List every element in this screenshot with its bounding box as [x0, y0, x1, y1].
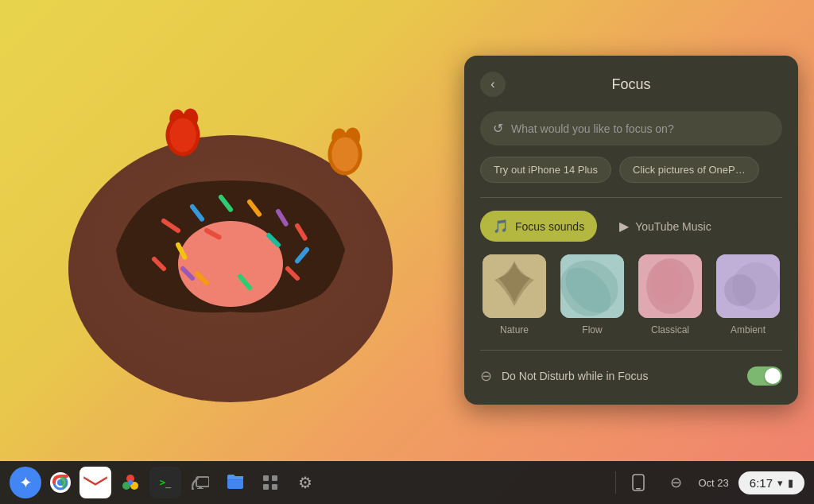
youtube-music-icon: ▶: [619, 219, 629, 234]
wallpaper-image: [0, 0, 461, 461]
settings-icon[interactable]: ⚙: [289, 467, 321, 498]
panel-header: ‹ Focus: [480, 72, 782, 97]
dnd-label: Do Not Disturb while in Focus: [502, 370, 738, 382]
sound-thumb-classical: [638, 254, 702, 318]
sound-label-flow: Flow: [582, 324, 602, 335]
svg-rect-50: [272, 484, 277, 490]
launcher-button[interactable]: ✦: [10, 467, 41, 498]
taskbar-date: Oct 23: [699, 477, 729, 489]
divider: [480, 197, 782, 198]
tab-focus-sounds[interactable]: 🎵 Focus sounds: [480, 211, 597, 242]
sound-label-nature: Nature: [500, 324, 529, 335]
taskbar-right: ⊖ Oct 23 6:17 ▾ ▮: [622, 467, 805, 498]
dnd-taskbar-icon[interactable]: ⊖: [661, 467, 692, 498]
taskbar: ✦: [0, 461, 814, 504]
gmail-icon[interactable]: [79, 467, 111, 498]
search-icon: ↺: [493, 121, 503, 136]
sound-grid: Nature Flow: [480, 254, 782, 335]
taskbar-left: ✦: [10, 467, 609, 498]
suggestions-row: Try out iPhone 14 Plus Click pictures of…: [480, 157, 782, 183]
sound-card-ambient[interactable]: Ambient: [714, 254, 782, 335]
phone-taskbar-icon[interactable]: [622, 467, 654, 498]
terminal-icon[interactable]: >_: [149, 467, 181, 498]
svg-point-25: [331, 137, 359, 171]
svg-point-33: [724, 274, 756, 306]
svg-rect-44: [199, 487, 202, 488]
sound-label-classical: Classical: [651, 324, 689, 335]
sound-thumb-nature: [483, 254, 546, 318]
sound-thumb-ambient: [716, 254, 780, 318]
funnel-icon[interactable]: [254, 467, 286, 498]
suggestion-chip-1[interactable]: Click pictures of OneP…: [619, 157, 759, 183]
tab-youtube-music[interactable]: ▶ YouTube Music: [607, 211, 723, 242]
dnd-toggle[interactable]: [747, 366, 782, 386]
sound-label-ambient: Ambient: [731, 324, 766, 335]
taskbar-divider: [615, 471, 616, 494]
time-box[interactable]: 6:17 ▾ ▮: [738, 471, 804, 494]
toggle-knob: [765, 368, 781, 384]
launcher-icon: ✦: [19, 473, 33, 492]
sound-card-classical[interactable]: Classical: [636, 254, 704, 335]
photos-icon[interactable]: [114, 467, 146, 498]
svg-point-41: [128, 480, 133, 485]
sound-card-flow[interactable]: Flow: [558, 254, 626, 335]
svg-rect-48: [272, 475, 277, 481]
dnd-icon: ⊖: [480, 367, 492, 385]
search-box[interactable]: ↺ What would you like to focus on?: [480, 111, 782, 145]
back-button[interactable]: ‹: [480, 72, 506, 97]
svg-point-30: [650, 260, 682, 304]
suggestion-chip-0[interactable]: Try out iPhone 14 Plus: [480, 157, 611, 183]
svg-point-42: [192, 487, 194, 490]
music-tabs: 🎵 Focus sounds ▶ YouTube Music: [480, 211, 782, 242]
focus-sounds-icon: 🎵: [493, 219, 509, 234]
tab-youtube-music-label: YouTube Music: [635, 220, 711, 233]
dnd-row: ⊖ Do Not Disturb while in Focus: [480, 363, 782, 389]
time-display: 6:17: [750, 476, 773, 490]
cast-icon[interactable]: [184, 467, 216, 498]
svg-rect-49: [263, 484, 269, 490]
svg-point-21: [169, 118, 196, 152]
tab-focus-sounds-label: Focus sounds: [515, 220, 584, 233]
svg-rect-52: [636, 488, 641, 490]
chrome-icon[interactable]: [45, 467, 76, 498]
files-icon[interactable]: [219, 467, 251, 498]
focus-panel: ‹ Focus ↺ What would you like to focus o…: [464, 56, 798, 405]
divider-2: [480, 350, 782, 351]
panel-title: Focus: [611, 76, 650, 93]
battery-icon: ▮: [788, 477, 793, 489]
svg-rect-47: [263, 475, 269, 481]
search-placeholder: What would you like to focus on?: [511, 122, 674, 135]
wifi-icon: ▾: [777, 477, 783, 489]
svg-rect-45: [197, 488, 204, 489]
sound-card-nature[interactable]: Nature: [480, 254, 548, 335]
sound-thumb-flow: [560, 254, 624, 318]
